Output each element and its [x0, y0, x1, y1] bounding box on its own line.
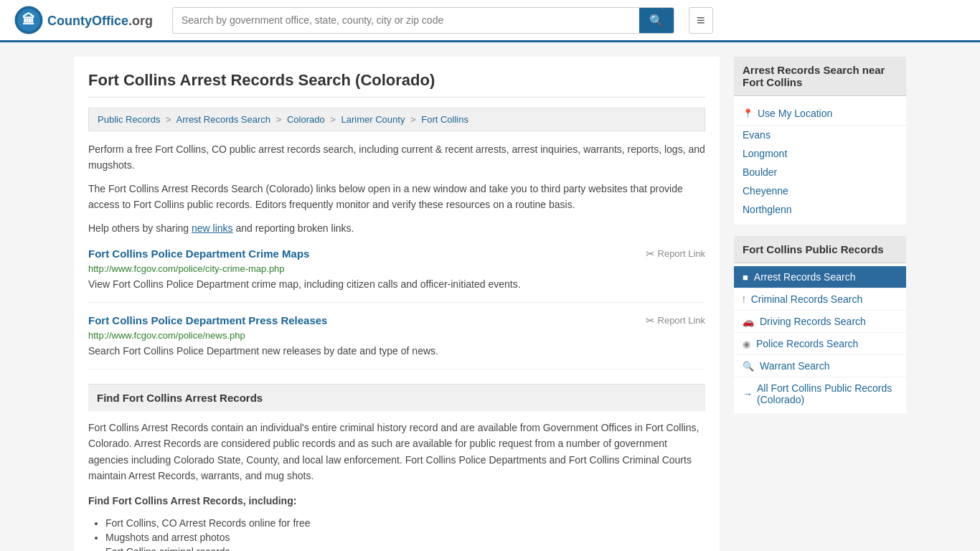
list-item: Fort Collins, CO Arrest Records online f…: [105, 517, 705, 529]
header: 🏛 CountyOffice.org 🔍 ≡: [0, 0, 980, 42]
page-title: Fort Collins Arrest Records Search (Colo…: [88, 71, 705, 98]
report-link-1[interactable]: ✂ Report Link: [646, 248, 705, 260]
location-pin-icon: 📍: [743, 108, 753, 118]
sidebar-nearby-section: Arrest Records Search near Fort Collins …: [734, 57, 906, 225]
search-button[interactable]: 🔍: [639, 8, 674, 33]
sidebar-public-records-title: Fort Collins Public Records: [734, 236, 906, 263]
resource-title-1[interactable]: Fort Collins Police Department Crime Map…: [88, 248, 309, 260]
sidebar-public-records-section: Fort Collins Public Records ■ Arrest Rec…: [734, 236, 906, 413]
breadcrumb-arrest-records[interactable]: Arrest Records Search: [176, 114, 271, 125]
breadcrumb-larimer[interactable]: Larimer County: [341, 114, 405, 125]
resource-header-2: Fort Collins Police Department Press Rel…: [88, 314, 705, 327]
sidebar-records-list: ■ Arrest Records Search ! Criminal Recor…: [734, 263, 906, 413]
resource-header-1: Fort Collins Police Department Crime Map…: [88, 248, 705, 260]
breadcrumb-public-records[interactable]: Public Records: [98, 114, 160, 125]
resource-url-2[interactable]: http://www.fcgov.com/police/news.php: [88, 330, 705, 341]
logo-text: CountyOffice.org: [47, 12, 153, 29]
breadcrumb-fort-collins[interactable]: Fort Collins: [421, 114, 468, 125]
logo-icon: 🏛: [14, 6, 43, 34]
sidebar-location-longmont[interactable]: Longmont: [734, 144, 906, 163]
sidebar-record-arrest[interactable]: ■ Arrest Records Search: [734, 266, 906, 288]
sidebar-location-cheyenne[interactable]: Cheyenne: [734, 182, 906, 200]
find-list-title: Find Fort Collins Arrest Records, includ…: [88, 493, 705, 509]
resource-desc-1: View Fort Collins Police Department crim…: [88, 277, 705, 292]
sidebar-all-link[interactable]: → All Fort Collins Public Records (Color…: [734, 377, 906, 410]
menu-button[interactable]: ≡: [689, 7, 713, 34]
sidebar-location-northglenn[interactable]: Northglenn: [734, 200, 906, 219]
resource-block-1: Fort Collins Police Department Crime Map…: [88, 248, 705, 303]
new-links-link[interactable]: new links: [192, 222, 233, 234]
main-content: Fort Collins Arrest Records Search (Colo…: [74, 57, 720, 551]
search-input[interactable]: [173, 9, 639, 32]
logo[interactable]: 🏛 CountyOffice.org: [14, 6, 158, 34]
find-section-body: Fort Collins Arrest Records contain an i…: [88, 420, 705, 484]
sidebar-record-driving[interactable]: 🚗 Driving Records Search: [734, 311, 906, 333]
sidebar-location-evans[interactable]: Evans: [734, 126, 906, 144]
report-link-2[interactable]: ✂ Report Link: [646, 314, 705, 327]
main-layout: Fort Collins Arrest Records Search (Colo…: [60, 57, 920, 551]
sidebar-use-location[interactable]: 📍 Use My Location: [734, 102, 906, 126]
find-bullet-list: Fort Collins, CO Arrest Records online f…: [88, 517, 705, 551]
criminal-record-icon: !: [743, 294, 745, 305]
intro-para-3: Help others by sharing new links and rep…: [88, 220, 705, 236]
resource-title-2[interactable]: Fort Collins Police Department Press Rel…: [88, 314, 327, 326]
police-record-icon: ◉: [743, 339, 750, 349]
sidebar-location-list: 📍 Use My Location Evans Longmont Boulder…: [734, 96, 906, 225]
intro-para-2: The Fort Collins Arrest Records Search (…: [88, 181, 705, 213]
use-location-link[interactable]: Use My Location: [758, 108, 832, 119]
warrant-icon: 🔍: [743, 361, 754, 372]
breadcrumb: Public Records > Arrest Records Search >…: [88, 108, 705, 131]
sidebar-location-boulder[interactable]: Boulder: [734, 163, 906, 182]
find-section-header: Find Fort Collins Arrest Records: [88, 384, 705, 411]
breadcrumb-colorado[interactable]: Colorado: [287, 114, 325, 125]
svg-text:🏛: 🏛: [22, 12, 35, 27]
list-item: Mugshots and arrest photos: [105, 532, 705, 543]
arrow-right-icon: →: [743, 388, 753, 400]
sidebar: Arrest Records Search near Fort Collins …: [734, 57, 906, 551]
sidebar-nearby-title: Arrest Records Search near Fort Collins: [734, 57, 906, 96]
intro-para-1: Perform a free Fort Collins, CO public a…: [88, 141, 705, 174]
sidebar-record-police[interactable]: ◉ Police Records Search: [734, 333, 906, 355]
resource-desc-2: Search Fort Collins Police Department ne…: [88, 344, 705, 359]
arrest-record-icon: ■: [743, 272, 748, 283]
resource-block-2: Fort Collins Police Department Press Rel…: [88, 314, 705, 369]
sidebar-record-warrant[interactable]: 🔍 Warrant Search: [734, 355, 906, 377]
driving-record-icon: 🚗: [743, 316, 754, 327]
sidebar-record-criminal[interactable]: ! Criminal Records Search: [734, 288, 906, 311]
resource-url-1[interactable]: http://www.fcgov.com/police/city-crime-m…: [88, 263, 705, 274]
search-bar: 🔍: [172, 7, 674, 34]
list-item: Fort Collins criminal records: [105, 546, 705, 551]
